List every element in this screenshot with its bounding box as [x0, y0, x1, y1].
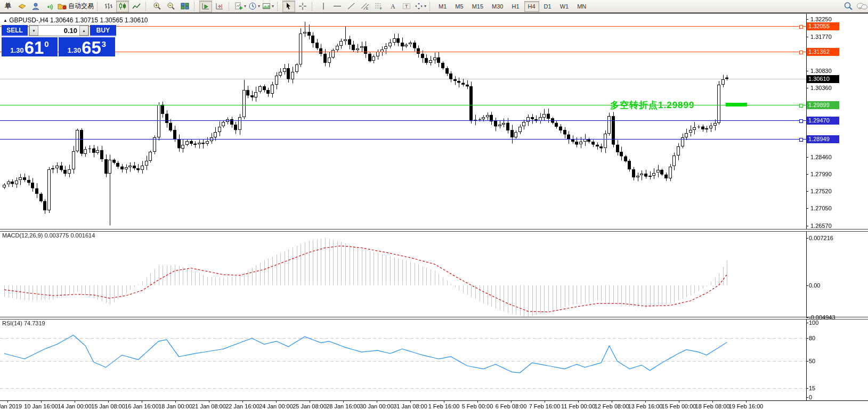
- pivot-trend-segment[interactable]: [726, 103, 747, 106]
- time-axis-tick: [276, 400, 277, 403]
- macd-pane-splitter[interactable]: [0, 229, 868, 232]
- time-axis-tick: [41, 400, 42, 403]
- level-line-handle[interactable]: [799, 104, 803, 108]
- text-button[interactable]: A: [386, 1, 399, 12]
- candlestick-chart-button[interactable]: [116, 1, 129, 12]
- chat-icon: [856, 2, 868, 11]
- line-chart-button[interactable]: [130, 1, 143, 12]
- template-icon: [262, 2, 271, 10]
- channel-icon: E: [361, 2, 369, 10]
- price-tick-label: 1.32250: [810, 16, 832, 22]
- price-axis-tick: [806, 71, 808, 71]
- timeframe-m15[interactable]: M15: [468, 1, 487, 12]
- timeframe-m5[interactable]: M5: [451, 1, 467, 12]
- level-line-support[interactable]: [0, 120, 806, 121]
- time-axis-tick: [108, 400, 109, 403]
- rsi-axis-tick: [806, 388, 808, 389]
- macd-axis-tick: [806, 317, 808, 318]
- templates-button[interactable]: ▾: [262, 1, 274, 12]
- price-axis-tick: [806, 226, 808, 226]
- time-axis-label: 19 Feb 16:00: [729, 403, 764, 409]
- trendline-button[interactable]: [345, 1, 358, 12]
- price-tick-label: 1.31770: [810, 34, 832, 40]
- time-axis-tick: [175, 400, 176, 403]
- buy-button[interactable]: BUY: [90, 25, 116, 36]
- arrows-button[interactable]: ▾: [414, 1, 427, 12]
- linechart-icon: [132, 2, 141, 10]
- crosshair-button[interactable]: [296, 1, 309, 12]
- level-line-support[interactable]: [0, 139, 806, 140]
- level-line-handle[interactable]: [799, 119, 803, 123]
- zoom-out-button[interactable]: [165, 1, 177, 12]
- rsi-indicator-label: RSI(14) 74.7319: [2, 320, 45, 326]
- signal-icon: [45, 2, 54, 10]
- bars-icon: [104, 2, 113, 10]
- time-axis-tick: [679, 400, 679, 403]
- pivot-annotation-text[interactable]: 多空转折点1.29899: [610, 99, 694, 111]
- time-axis-label: 11 Feb 00:00: [561, 403, 595, 409]
- vertical-line-button[interactable]: [317, 1, 330, 12]
- cursor-button[interactable]: [282, 1, 295, 12]
- level-line-resistance[interactable]: [0, 26, 806, 27]
- chevron-down-icon[interactable]: ▾: [424, 4, 426, 9]
- time-axis-tick: [7, 400, 8, 403]
- fibonacci-button[interactable]: F: [372, 1, 385, 12]
- equidistant-channel-button[interactable]: E: [359, 1, 371, 12]
- fibo-icon: F: [375, 2, 383, 10]
- bar-chart-button[interactable]: [102, 1, 115, 12]
- timeframe-w1[interactable]: W1: [556, 1, 573, 12]
- time-axis-tick: [746, 400, 747, 403]
- time-axis-tick: [645, 400, 646, 403]
- price-axis-tick: [806, 157, 808, 158]
- symbol-period-label: GBPUSD-,H4: [9, 17, 48, 24]
- auto-trading-button[interactable]: 自动交易: [57, 1, 94, 12]
- volume-increase-button[interactable]: ▴: [79, 26, 88, 36]
- timeframe-h1[interactable]: H1: [508, 1, 523, 12]
- time-axis-border: [0, 400, 868, 401]
- ask-price-box[interactable]: 1.30 65 3: [59, 37, 115, 56]
- time-axis-label: 12 Feb 08:00: [595, 403, 629, 409]
- volume-decrease-button[interactable]: ▾: [29, 26, 38, 36]
- periods-button[interactable]: ▾: [248, 1, 261, 12]
- price-tick-label: 1.28460: [810, 154, 832, 160]
- time-axis-tick: [310, 400, 310, 403]
- bid-price-box[interactable]: 1.30 61 0: [2, 37, 58, 56]
- zoom-in-button[interactable]: [151, 1, 164, 12]
- chevron-down-icon[interactable]: ▾: [258, 4, 260, 9]
- timeframe-mn[interactable]: MN: [573, 1, 590, 12]
- level-line-handle[interactable]: [799, 25, 803, 29]
- timeframe-d1[interactable]: D1: [540, 1, 555, 12]
- chart-shift-button[interactable]: [213, 1, 226, 12]
- collapse-triangle-icon[interactable]: ▲: [3, 18, 7, 23]
- folder-icon: [58, 2, 67, 10]
- indicators-button[interactable]: ▾: [234, 1, 247, 12]
- timeframe-h4[interactable]: H4: [524, 1, 539, 12]
- level-line-handle[interactable]: [799, 51, 803, 54]
- rsi-axis-tick: [806, 361, 808, 362]
- time-axis-label: 21 Jan 08:00: [192, 403, 226, 409]
- text-label-button[interactable]: T: [400, 1, 413, 12]
- rsi-pane-splitter[interactable]: [0, 317, 868, 319]
- indicators-icon: [234, 2, 243, 10]
- tile-windows-button[interactable]: [179, 1, 191, 12]
- search-button[interactable]: [842, 1, 855, 12]
- new-order-button[interactable]: [15, 1, 28, 12]
- volume-value[interactable]: 0.10: [38, 26, 79, 36]
- orders-text-button[interactable]: 单: [2, 1, 14, 12]
- level-line-handle[interactable]: [799, 138, 803, 142]
- chevron-down-icon[interactable]: ▾: [272, 4, 274, 9]
- chart-canvas[interactable]: [0, 0, 868, 410]
- level-line-resistance[interactable]: [0, 52, 806, 52]
- auto-scroll-button[interactable]: [199, 1, 212, 12]
- market-watch-button[interactable]: [29, 1, 42, 12]
- timeframe-m1[interactable]: M1: [435, 1, 450, 12]
- rsi-axis-label: 50: [809, 358, 815, 364]
- horizontal-line-button[interactable]: [331, 1, 344, 12]
- time-axis-tick: [545, 400, 545, 403]
- chevron-down-icon[interactable]: ▾: [244, 4, 246, 9]
- sell-button[interactable]: SELL: [2, 25, 28, 36]
- signals-button[interactable]: [43, 1, 56, 12]
- chat-button[interactable]: [856, 1, 868, 12]
- timeframe-m30[interactable]: M30: [488, 1, 507, 12]
- time-axis-tick: [410, 400, 411, 403]
